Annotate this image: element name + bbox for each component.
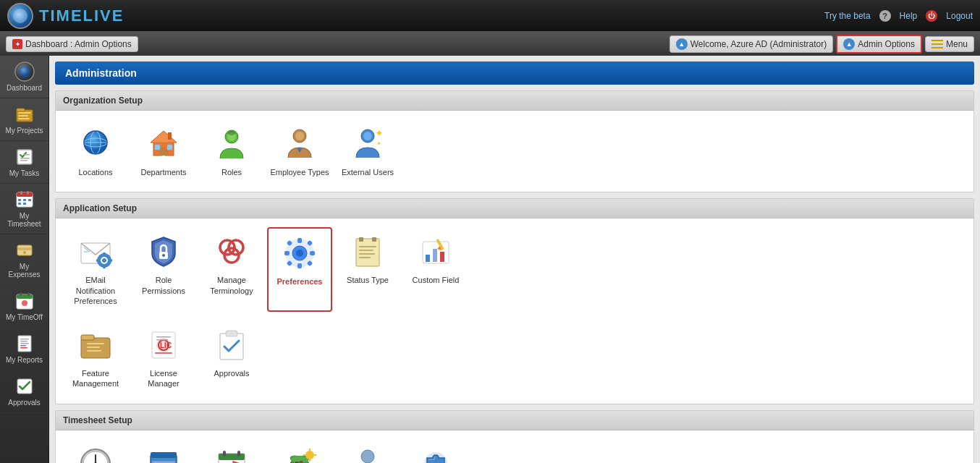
svg-rect-18 (18, 199, 21, 201)
departments-item[interactable]: Departments (131, 119, 196, 183)
svg-point-4 (19, 66, 30, 77)
my-timesheet-icon (14, 190, 35, 210)
svg-rect-105 (155, 352, 172, 354)
svg-rect-45 (159, 148, 168, 156)
svg-rect-47 (155, 145, 160, 150)
svg-rect-123 (223, 451, 226, 456)
main-layout: Dashboard My Projects (0, 56, 980, 463)
status-type-label: Status Type (347, 275, 389, 285)
help-link[interactable]: Help (900, 11, 918, 21)
external-users-icon: ✦ ✦ (349, 125, 386, 163)
svg-rect-87 (359, 253, 375, 255)
email-notification-label: EMail Notification Preferences (66, 275, 125, 306)
try-beta-link[interactable]: Try the beta (824, 11, 871, 21)
svg-rect-29 (28, 292, 30, 296)
custom-field-label: Custom Field (413, 275, 460, 285)
time-entry-archive-icon (145, 445, 182, 463)
dashboard-icon (14, 61, 35, 82)
svg-rect-27 (17, 294, 33, 299)
departments-label: Departments (141, 167, 187, 177)
time-entry-archive-item[interactable]: Time Entry Archive (131, 439, 196, 463)
svg-text:✦: ✦ (376, 140, 381, 147)
status-type-item[interactable]: Status Type (335, 227, 400, 312)
holiday-types-item[interactable]: Holiday Types (199, 439, 264, 463)
email-notification-item[interactable]: EMail Notification Preferences (63, 227, 128, 312)
employee-types-icon (281, 125, 318, 163)
feature-management-item[interactable]: Feature Management (63, 320, 128, 395)
svg-rect-9 (18, 118, 30, 119)
sidebar-approvals-label: Approvals (8, 399, 40, 407)
sidebar-item-dashboard[interactable]: Dashboard (0, 56, 48, 98)
sidebar-item-my-projects[interactable]: My Projects (0, 98, 48, 141)
logout-link[interactable]: Logout (946, 11, 973, 21)
svg-rect-36 (20, 347, 28, 349)
menu-button[interactable]: Menu (925, 36, 974, 52)
work-types-item[interactable]: Work Types (403, 439, 468, 463)
locations-item[interactable]: Locations (63, 119, 128, 183)
employee-types-item[interactable]: Employee Types (267, 119, 332, 183)
svg-point-73 (296, 250, 303, 257)
holiday-types-icon (213, 445, 250, 463)
svg-rect-75 (297, 263, 302, 268)
svg-rect-22 (23, 203, 26, 205)
welcome-text: Welcome, Azure AD (Administrator) (690, 39, 827, 49)
admin-options-icon: ▲ (843, 38, 855, 50)
sidebar: Dashboard My Projects (0, 56, 49, 463)
top-links: Try the beta ? Help ⏻ Logout (824, 10, 973, 22)
svg-rect-124 (237, 451, 240, 456)
org-setup-header: Organization Setup (56, 91, 973, 111)
approvals-admin-item[interactable]: Approvals (199, 320, 264, 395)
app-setup-header: Application Setup (56, 199, 973, 218)
roles-label: Roles (221, 167, 242, 177)
holidays-item[interactable]: Holidays (267, 439, 332, 463)
role-permissions-icon (145, 233, 182, 271)
svg-rect-74 (297, 238, 302, 243)
status-type-icon (349, 233, 386, 271)
svg-rect-122 (219, 454, 245, 460)
my-reports-icon (14, 334, 35, 354)
sidebar-item-my-tasks[interactable]: My Tasks (0, 141, 48, 184)
sidebar-item-my-timeoff[interactable]: My TimeOff (0, 285, 48, 328)
timesheet-setup-section: Timesheet Setup (55, 410, 974, 463)
sidebar-item-my-expenses[interactable]: My Expenses (0, 234, 48, 285)
admin-options-button[interactable]: ▲ Admin Options (836, 35, 922, 54)
svg-rect-1 (932, 43, 943, 45)
svg-text:✦: ✦ (375, 127, 384, 139)
svg-rect-13 (20, 160, 28, 161)
svg-rect-12 (20, 158, 30, 159)
roles-item[interactable]: Roles (199, 119, 264, 183)
license-manager-item[interactable]: LIC License Manager (131, 320, 196, 395)
external-users-item[interactable]: ✦ ✦ External Users (335, 119, 400, 183)
svg-rect-91 (433, 249, 437, 262)
manage-terminology-item[interactable]: Manage Terminology (199, 227, 264, 312)
svg-rect-48 (167, 145, 172, 150)
license-manager-icon: LIC (145, 326, 182, 364)
absence-type-item[interactable]: Absence Type (335, 439, 400, 463)
svg-rect-10 (17, 150, 32, 164)
svg-rect-116 (151, 452, 177, 458)
custom-field-item[interactable]: Custom Field (403, 227, 468, 312)
svg-rect-109 (226, 331, 237, 336)
svg-rect-90 (426, 255, 430, 262)
timesheet-period-types-item[interactable]: Timesheet Period Types (63, 439, 128, 463)
employee-types-label: Employee Types (270, 167, 329, 177)
welcome-badge: ▲ Welcome, Azure AD (Administrator) (669, 35, 834, 53)
feature-management-label: Feature Management (66, 368, 125, 389)
svg-rect-28 (20, 292, 22, 296)
locations-icon (77, 125, 114, 163)
approvals-admin-icon (213, 326, 250, 364)
svg-point-67 (162, 254, 165, 257)
sidebar-dashboard-label: Dashboard (7, 84, 42, 92)
sidebar-item-my-timesheet[interactable]: My Timesheet (0, 184, 48, 234)
breadcrumb-text: Dashboard : Admin Options (25, 39, 132, 49)
svg-rect-0 (932, 40, 943, 41)
sidebar-expenses-label: My Expenses (3, 263, 46, 279)
svg-rect-20 (28, 199, 31, 201)
sidebar-item-my-reports[interactable]: My Reports (0, 328, 48, 370)
sidebar-item-approvals[interactable]: Approvals (0, 370, 48, 413)
sidebar-projects-label: My Projects (5, 127, 43, 135)
admin-options-label: Admin Options (858, 39, 915, 49)
svg-point-61 (102, 258, 106, 263)
preferences-item[interactable]: Preferences (267, 227, 332, 312)
role-permissions-item[interactable]: Role Permissions (131, 227, 196, 312)
